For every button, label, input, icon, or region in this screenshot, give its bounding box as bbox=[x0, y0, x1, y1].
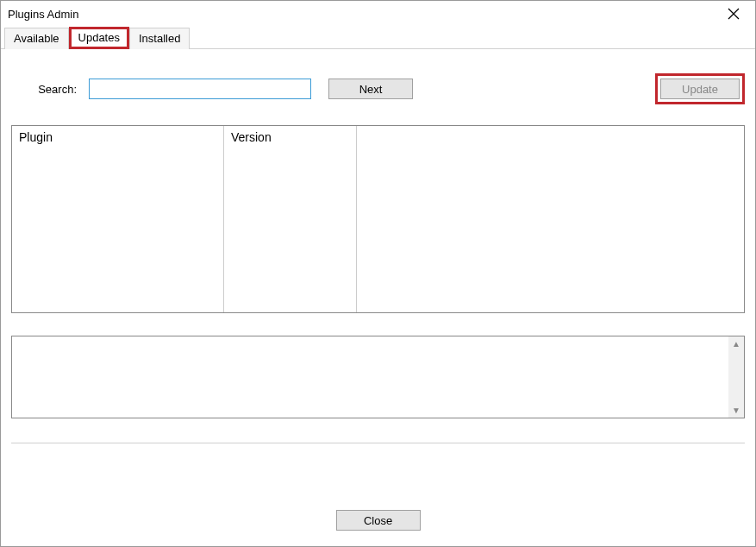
tab-available[interactable]: Available bbox=[4, 28, 69, 49]
close-icon[interactable] bbox=[721, 4, 747, 23]
tab-updates[interactable]: Updates bbox=[69, 27, 129, 49]
tabs: Available Updates Installed bbox=[1, 27, 755, 49]
details-pane: ▲ ▼ bbox=[11, 336, 745, 418]
scroll-down-icon[interactable]: ▼ bbox=[732, 403, 740, 418]
scroll-up-icon[interactable]: ▲ bbox=[732, 336, 740, 351]
search-row: Search: Next Update bbox=[11, 73, 745, 104]
column-header-version: Version bbox=[224, 126, 356, 148]
scrollbar[interactable]: ▲ ▼ bbox=[728, 336, 744, 418]
search-label: Search: bbox=[11, 83, 80, 96]
plugin-table: Plugin Version bbox=[11, 125, 745, 313]
tab-installed[interactable]: Installed bbox=[129, 28, 190, 49]
window-title: Plugins Admin bbox=[8, 8, 78, 21]
update-button[interactable]: Update bbox=[660, 79, 740, 99]
divider bbox=[11, 443, 745, 443]
column-version[interactable]: Version bbox=[224, 126, 357, 312]
search-input[interactable] bbox=[89, 79, 311, 99]
close-button[interactable]: Close bbox=[336, 510, 421, 531]
column-plugin[interactable]: Plugin bbox=[12, 126, 224, 312]
next-button[interactable]: Next bbox=[328, 79, 413, 99]
plugins-admin-window: Plugins Admin Available Updates Installe… bbox=[0, 0, 756, 547]
content-area: Search: Next Update Plugin Version ▲ ▼ bbox=[1, 73, 755, 443]
column-header-plugin: Plugin bbox=[12, 126, 223, 148]
titlebar: Plugins Admin bbox=[1, 1, 755, 27]
column-rest bbox=[357, 126, 744, 312]
update-highlight: Update bbox=[655, 73, 745, 104]
footer: Close bbox=[1, 510, 755, 531]
